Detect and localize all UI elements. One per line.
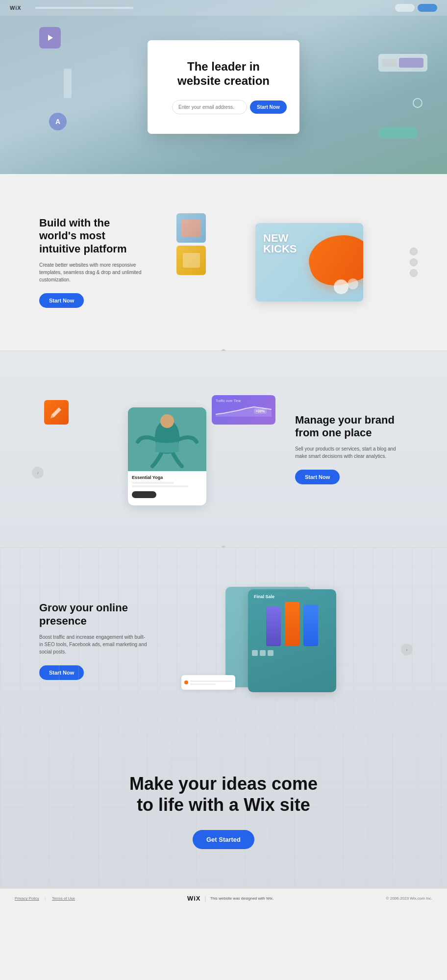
grow-start-button[interactable]: Start Now <box>39 665 84 680</box>
manage-title: Manage your brand from one place <box>295 414 408 440</box>
nav-login-btn <box>395 4 415 12</box>
svg-point-4 <box>160 414 174 428</box>
nav-dot-3 <box>410 269 418 277</box>
footer-wix-logo: WiX <box>187 895 200 902</box>
yoga-subline-2 <box>132 485 188 487</box>
manage-start-button[interactable]: Start Now <box>295 470 340 484</box>
hero-modal: The leader in website creation Start Now <box>148 40 299 134</box>
yoga-title: Essential Yoga <box>132 475 202 480</box>
footer-privacy-link[interactable]: Privacy Policy <box>15 896 39 901</box>
float-pencil-icon <box>44 400 69 425</box>
yoga-book-button <box>132 491 156 498</box>
social-icon-2 <box>260 650 266 656</box>
float-play-icon <box>39 27 61 49</box>
final-sale-card: Final Sale <box>248 589 336 692</box>
grow-section: Grow your online presence Boost traffic … <box>0 548 447 734</box>
float-tool <box>64 69 72 98</box>
yoga-subline-1 <box>132 482 174 484</box>
bottle-blue <box>303 604 318 646</box>
thumb-card-2 <box>176 246 206 275</box>
analytics-chart: +33% <box>216 404 272 417</box>
get-started-button[interactable]: Get Started <box>193 830 254 849</box>
grow-left: Grow your online presence Boost traffic … <box>39 602 147 680</box>
social-icon-1 <box>252 650 258 656</box>
manage-right: Manage your brand from one place Sell yo… <box>295 414 408 485</box>
build-start-button[interactable]: Start Now <box>39 293 84 308</box>
bottle-orange <box>285 602 299 646</box>
grow-desc: Boost traffic and increase engagement wi… <box>39 633 147 655</box>
footer-sep: | <box>205 895 206 902</box>
build-title: Build with the world's most intuitive pl… <box>39 217 147 255</box>
float-circle <box>413 98 422 108</box>
ad-line-1 <box>190 680 232 682</box>
build-desc: Create better websites with more respons… <box>39 261 147 283</box>
nav-bar-line <box>35 7 133 9</box>
final-sale-footer <box>248 646 336 660</box>
footer-divider: | <box>45 896 46 901</box>
footer-center: WiX | This website was designed with Wix… <box>187 895 273 902</box>
ad-text-lines <box>190 680 232 685</box>
hero-section: WiX A The leader in website creation Sta… <box>0 0 447 174</box>
final-sale-header: Final Sale <box>248 589 336 602</box>
hero-nav: WiX <box>0 0 447 16</box>
sneaker-text: NEW KICKS <box>263 233 297 254</box>
hero-title: The leader in website creation <box>172 60 275 88</box>
analytics-card: Traffic over Time +33% <box>212 395 275 425</box>
ideas-title: Make your ideas come to life with a Wix … <box>129 773 318 815</box>
footer-tagline: This website was designed with Wix. <box>210 896 274 901</box>
grow-right: Final Sale › <box>176 577 408 704</box>
manage-left: Traffic over Time +33% <box>39 380 275 518</box>
footer-copyright: © 2006-2023 Wix.com Inc. <box>386 896 432 901</box>
thumb-card-1 <box>176 213 206 243</box>
bottle-purple <box>266 607 281 646</box>
nav-right-buttons <box>395 4 437 12</box>
analytics-stat: +33% <box>254 408 267 414</box>
hero-start-button[interactable]: Start Now <box>250 101 287 114</box>
ad-orange-dot <box>184 680 188 684</box>
sneaker-card: NEW KICKS <box>255 223 363 302</box>
float-card-right <box>378 54 427 72</box>
thumb-cards <box>176 213 206 275</box>
manage-section: Traffic over Time +33% <box>0 351 447 547</box>
yoga-app-card: Essential Yoga <box>128 407 206 505</box>
email-input[interactable] <box>172 100 247 114</box>
build-right: NEW KICKS <box>176 203 408 321</box>
manage-desc: Sell your products or services, start a … <box>295 445 408 460</box>
float-round-icon: ♪ <box>32 467 44 478</box>
float-ai-icon: A <box>49 113 67 130</box>
nav-signup-btn <box>418 4 437 12</box>
nav-dot-1 <box>410 248 418 255</box>
float-card-purple <box>399 58 423 68</box>
float-ad-card <box>181 675 235 690</box>
yoga-card-text: Essential Yoga <box>128 471 206 502</box>
svg-marker-0 <box>48 35 53 41</box>
social-icon-3 <box>268 650 273 656</box>
sneaker-ball-2 <box>348 278 358 289</box>
wix-logo-nav: WiX <box>10 5 22 11</box>
hero-form: Start Now <box>172 100 275 114</box>
footer: Privacy Policy | Terms of Use WiX | This… <box>0 888 447 908</box>
build-left: Build with the world's most intuitive pl… <box>39 217 147 308</box>
yoga-image-area <box>128 407 206 471</box>
card-nav-dots <box>410 248 418 277</box>
build-section: Build with the world's most intuitive pl… <box>0 174 447 351</box>
nav-dot-2 <box>410 258 418 266</box>
ad-line-2 <box>190 683 216 685</box>
final-sale-products <box>248 607 336 646</box>
grow-title: Grow your online presence <box>39 602 147 628</box>
float-pill <box>378 127 418 138</box>
footer-left: Privacy Policy | Terms of Use <box>15 896 75 901</box>
ideas-section: Make your ideas come to life with a Wix … <box>0 734 447 888</box>
analytics-label: Traffic over Time <box>216 399 272 402</box>
sneaker-ball-1 <box>334 279 348 294</box>
float-arrow-button: › <box>401 644 413 655</box>
footer-terms-link[interactable]: Terms of Use <box>52 896 75 901</box>
